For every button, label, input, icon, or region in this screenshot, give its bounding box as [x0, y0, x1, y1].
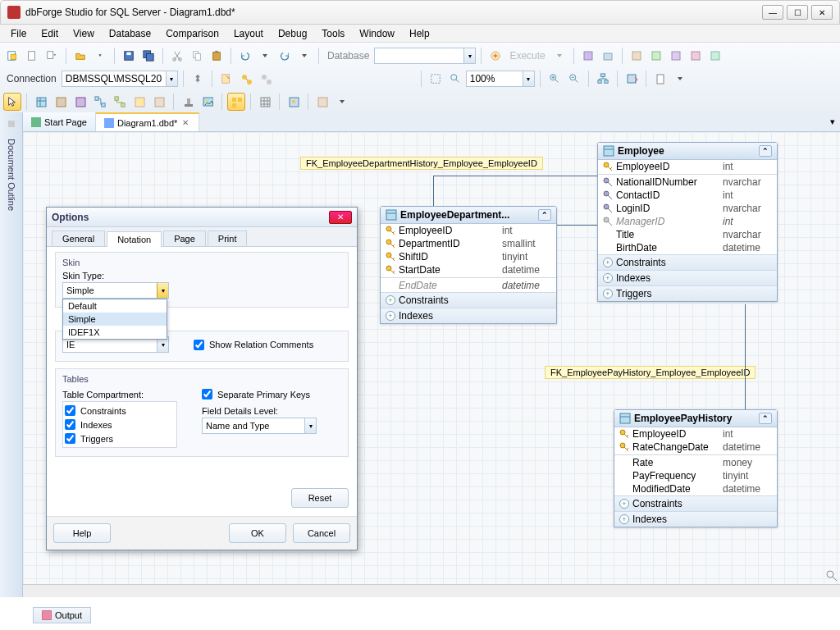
entity-employeepayhistory[interactable]: EmployeePayHistory ⌃ EmployeeIDintRateCh…: [614, 409, 778, 527]
view-tool[interactable]: [52, 93, 70, 111]
menu-help[interactable]: Help: [402, 26, 437, 41]
undo-button[interactable]: [236, 47, 254, 65]
output-tab[interactable]: Output: [33, 607, 91, 623]
connection-combo[interactable]: ▾: [62, 71, 178, 87]
page-button[interactable]: [651, 70, 669, 88]
tb-a5[interactable]: [667, 47, 685, 65]
column-row[interactable]: Ratemoney: [614, 456, 777, 469]
expand-icon[interactable]: +: [603, 289, 613, 299]
column-row[interactable]: PayFrequencytinyint: [614, 469, 777, 482]
column-row[interactable]: EmployeeIDint: [381, 224, 556, 237]
separate-pk-check[interactable]: Separate Primary Keys: [202, 387, 317, 401]
menu-comparison[interactable]: Comparison: [158, 26, 226, 41]
collapse-icon[interactable]: ⌃: [759, 413, 772, 424]
ok-button[interactable]: OK: [229, 523, 286, 543]
tb-a7[interactable]: [706, 47, 724, 65]
compartment-indexes[interactable]: Indexes: [65, 418, 175, 431]
window-close-button[interactable]: ✕: [811, 5, 833, 20]
relation-label-2[interactable]: FK_EmployeePayHistory_Employee_EmployeeI…: [545, 366, 756, 379]
zoom-select-button[interactable]: [446, 70, 464, 88]
expand-icon[interactable]: +: [619, 499, 629, 509]
database-input[interactable]: [374, 48, 464, 64]
export-button[interactable]: [623, 70, 641, 88]
expand-icon[interactable]: +: [603, 258, 613, 267]
stamp-tool[interactable]: [179, 93, 197, 111]
window-maximize-button[interactable]: ☐: [787, 5, 808, 20]
entity-section[interactable]: +Constraints: [598, 254, 777, 270]
column-row[interactable]: EmployeeIDint: [614, 427, 777, 441]
undo-dd[interactable]: [256, 47, 274, 65]
copy-button[interactable]: [188, 47, 206, 65]
dialog-tab-notation[interactable]: Notation: [107, 231, 162, 247]
note-tool[interactable]: [130, 93, 148, 111]
save-button[interactable]: [120, 47, 138, 65]
pointer-tool-button[interactable]: [3, 93, 21, 111]
layout-button[interactable]: [594, 70, 612, 88]
entity-section[interactable]: +Constraints: [381, 292, 556, 308]
dialog-tab-print[interactable]: Print: [208, 231, 248, 246]
disc-button[interactable]: [257, 70, 275, 88]
pin-button[interactable]: [189, 70, 207, 88]
table-tool[interactable]: [32, 93, 50, 111]
compartment-triggers[interactable]: Triggers: [65, 431, 175, 445]
zoom-out-button[interactable]: [565, 70, 583, 88]
column-row[interactable]: StartDatedatetime: [381, 263, 556, 276]
entity-section[interactable]: +Indexes: [614, 511, 777, 527]
collapse-icon[interactable]: ⌃: [759, 145, 772, 157]
show-relation-comments-check[interactable]: Show Relation Comments: [194, 338, 313, 352]
column-row[interactable]: Titlenvarchar: [598, 228, 777, 241]
column-row[interactable]: ShiftIDtinyint: [381, 250, 556, 263]
expand-icon[interactable]: +: [603, 273, 613, 283]
dialog-tab-general[interactable]: General: [52, 231, 105, 246]
entity-employee[interactable]: Employee ⌃ EmployeeIDintNationalIDNumber…: [597, 142, 778, 302]
column-row[interactable]: EndDatedatetime: [381, 279, 556, 292]
redo-dd[interactable]: [295, 47, 313, 65]
skin-option-default[interactable]: Default: [63, 299, 167, 313]
options-tool[interactable]: [285, 93, 303, 111]
edit-button[interactable]: [217, 70, 235, 88]
expand-icon[interactable]: +: [386, 295, 395, 305]
document-outline-tab[interactable]: Document Outline: [3, 132, 20, 217]
rel-tool[interactable]: [91, 93, 109, 111]
container-tool[interactable]: [150, 93, 168, 111]
dialog-titlebar[interactable]: Options ✕: [47, 208, 357, 227]
tb-a6[interactable]: [687, 47, 705, 65]
tab-diagram1[interactable]: Diagram1.dbd* ✕: [96, 112, 199, 131]
show-relation-comments-checkbox[interactable]: [194, 340, 204, 350]
open-button[interactable]: [71, 47, 89, 65]
compartment-constraints[interactable]: Constraints: [65, 404, 175, 418]
new-dd-button[interactable]: [43, 47, 61, 65]
paste-button[interactable]: [208, 47, 226, 65]
field-details-combo[interactable]: Name and Type ▾: [202, 418, 317, 434]
window-minimize-button[interactable]: —: [762, 5, 783, 20]
cut-button[interactable]: [168, 47, 186, 65]
fit-button[interactable]: [427, 70, 445, 88]
redo-button[interactable]: [276, 47, 294, 65]
menu-file[interactable]: File: [3, 26, 34, 41]
zoom-input[interactable]: [466, 71, 523, 87]
saveall-button[interactable]: [139, 47, 158, 65]
cancel-button[interactable]: Cancel: [293, 523, 350, 543]
menu-debug[interactable]: Debug: [271, 26, 314, 41]
close-tab-icon[interactable]: ✕: [180, 118, 190, 127]
column-row[interactable]: BirthDatedatetime: [598, 241, 777, 254]
column-row[interactable]: EmployeeIDint: [598, 160, 777, 173]
new-button[interactable]: [23, 47, 41, 65]
skin-type-combo[interactable]: Simple ▾: [62, 282, 169, 299]
column-row[interactable]: DepartmentIDsmallint: [381, 237, 556, 250]
zoom-combo[interactable]: ▾: [466, 71, 535, 87]
proc-tool[interactable]: [71, 93, 89, 111]
tb-a4[interactable]: [647, 47, 665, 65]
dialog-tab-page[interactable]: Page: [163, 231, 206, 246]
skin-option-idef1x[interactable]: IDEF1X: [63, 326, 167, 339]
entity-section[interactable]: +Constraints: [614, 495, 777, 511]
execute-dd[interactable]: [550, 47, 568, 65]
page-dd[interactable]: [671, 70, 689, 88]
menu-view[interactable]: View: [66, 26, 102, 41]
menu-layout[interactable]: Layout: [226, 26, 271, 41]
more-tool[interactable]: [313, 93, 331, 111]
connection-input[interactable]: [62, 71, 167, 87]
expand-icon[interactable]: +: [619, 514, 629, 524]
dialog-close-button[interactable]: ✕: [329, 211, 352, 224]
tb-a2[interactable]: [599, 47, 617, 65]
